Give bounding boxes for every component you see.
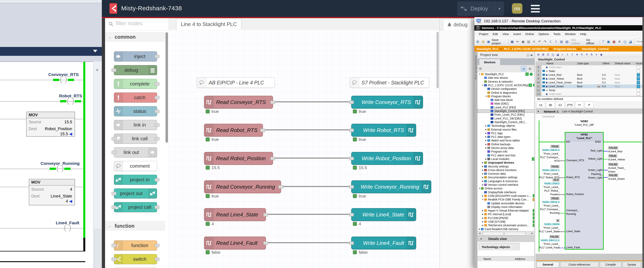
- accessible-checkbox[interactable]: [637, 69, 640, 73]
- col-default-value[interactable]: Default value: [615, 62, 630, 65]
- row-expander-icon[interactable]: ▼: [546, 89, 548, 91]
- scroll-left-icon[interactable]: ◀: [479, 232, 480, 235]
- col-data-type[interactable]: Data type: [578, 62, 589, 65]
- collapse-all-icon[interactable]: ◪: [556, 53, 560, 57]
- tree-expander-icon[interactable]: ▶: [482, 210, 484, 212]
- palette-node-link-in[interactable]: link in: [114, 120, 157, 130]
- flow-canvas[interactable]: AB EIP/CIP - Line 4 PLCS7 Profinet - Sta…: [168, 30, 440, 268]
- accessible-checkbox[interactable]: ✓: [637, 85, 640, 88]
- node-port-out[interactable]: [260, 129, 265, 132]
- tree-expander-icon[interactable]: ▶: [485, 136, 487, 138]
- node-port-out[interactable]: [278, 185, 283, 189]
- tab-compile[interactable]: Compile: [600, 262, 622, 268]
- tree-row[interactable]: Device configuration: [478, 87, 534, 91]
- tree-expander-icon[interactable]: ▶: [482, 173, 484, 175]
- tab-debug[interactable]: debug: [443, 19, 472, 30]
- tree-hscrollbar[interactable]: ◀ ▶ ||||: [478, 231, 534, 236]
- tree-row[interactable]: Add new device: [478, 76, 534, 80]
- tab-general[interactable]: General: [536, 262, 559, 268]
- accessible-checkbox[interactable]: [637, 66, 640, 69]
- node-port-out[interactable]: [263, 242, 268, 245]
- palette-category-function[interactable]: ⌄function: [105, 221, 165, 231]
- ladder-canvas[interactable]: Conveyor_RTS()Robot_RTS()Conveyor_Runnin…: [0, 61, 93, 268]
- tree-row[interactable]: ▶Version control interface: [478, 183, 534, 187]
- accessible-checkbox[interactable]: ✓: [637, 81, 640, 84]
- node-port-in[interactable]: [112, 137, 116, 140]
- tree-row[interactable]: ▶Cross-device functions: [478, 168, 534, 172]
- accessible-devices-icon[interactable]: ?: [601, 39, 605, 44]
- tree-row[interactable]: Stacklight_Control [FB1]: [478, 109, 534, 113]
- node-port-in[interactable]: [112, 68, 116, 72]
- node-port-in[interactable]: [112, 151, 116, 154]
- list-view-icon[interactable]: ▤: [521, 66, 526, 71]
- node-port-out[interactable]: [155, 137, 160, 140]
- breadcrumb-segment[interactable]: PLC_1 [CPU 1212C AC/DC/Rly]: [504, 47, 548, 50]
- new-project-icon[interactable]: ⊞: [476, 39, 480, 44]
- upload-from-device-icon[interactable]: ⇧: [554, 39, 558, 44]
- chevron-down-icon[interactable]: [93, 50, 98, 52]
- insert-row-icon[interactable]: ⊞: [536, 53, 540, 57]
- node-port-out[interactable]: [263, 213, 268, 216]
- open-project-icon[interactable]: ▨: [481, 39, 485, 44]
- node-port-out[interactable]: [155, 258, 160, 261]
- node-port-out[interactable]: [270, 101, 275, 104]
- breadcrumb[interactable]: Stacklight_PLC▸PLC_1 [CPU 1212C AC/DC/Rl…: [474, 46, 644, 52]
- comment-toggle-icon[interactable]: ◗: [560, 53, 564, 57]
- mov-instruction[interactable]: MOVSource4DestLine4_State4 ◀: [29, 179, 75, 205]
- column-view-icon[interactable]: ▦: [528, 66, 532, 71]
- tree-expander-icon[interactable]: ▼: [482, 84, 484, 86]
- tree-row[interactable]: ▶Common data: [478, 172, 534, 176]
- palette-node-function[interactable]: ffunction: [114, 240, 157, 251]
- palette-filter-input[interactable]: [116, 20, 165, 27]
- table-row[interactable]: 8Line4_RedBool0.0false✓: [536, 73, 642, 77]
- plc-programming-vertical-tab[interactable]: PLC programming: [474, 55, 478, 79]
- go-offline-button[interactable]: Go offline: [586, 38, 598, 45]
- tree-expander-icon[interactable]: ▶: [482, 176, 484, 178]
- scroll-right-icon[interactable]: ▶: [532, 232, 533, 235]
- retain-icon[interactable]: ≡: [594, 53, 598, 57]
- tab-devices[interactable]: Devices: [479, 59, 500, 65]
- tree-expander-icon[interactable]: ▶: [482, 184, 484, 186]
- flow-tab[interactable]: Line 4 to Stacklight PLC: [176, 18, 241, 30]
- tree-row[interactable]: ▶Card Reader/USB memory: [478, 227, 534, 231]
- redo-icon[interactable]: ↷: [543, 39, 547, 44]
- palette-search[interactable]: [105, 18, 168, 30]
- download-icon[interactable]: ⇩: [565, 53, 570, 57]
- node-port-in[interactable]: [112, 258, 116, 261]
- undo-icon[interactable]: ↶: [537, 39, 542, 44]
- tab-cross-references[interactable]: Cross-references: [560, 262, 599, 268]
- menu-insert[interactable]: Insert: [513, 32, 521, 36]
- tree-row[interactable]: ▶External source files: [478, 128, 534, 131]
- node-port-out[interactable]: [155, 244, 160, 247]
- palette-node-comment[interactable]: comment: [114, 161, 157, 171]
- node-port-in[interactable]: [349, 213, 354, 216]
- delete-row-icon[interactable]: ⊠: [541, 53, 545, 57]
- tree-row[interactable]: Add new block: [478, 98, 534, 102]
- palette-node-debug[interactable]: debug: [114, 65, 157, 75]
- tree-row[interactable]: From_Line4_PLC [DB1]: [478, 113, 534, 116]
- col-name[interactable]: Name: [546, 62, 554, 65]
- tree-expander-icon[interactable]: ▶: [482, 195, 484, 197]
- tree-expander-icon[interactable]: ▼: [485, 95, 487, 97]
- tree-row[interactable]: ▼Realtek PCIe GBE Family Con...: [478, 198, 534, 201]
- node-read[interactable]: Read Conveyor_RTS: [204, 96, 273, 109]
- table-row[interactable]: 6<Add new>: [536, 65, 642, 69]
- copy-icon[interactable]: ▣: [521, 39, 526, 44]
- tree-row[interactable]: Display/hide interfaces: [478, 190, 534, 194]
- tree-row[interactable]: ▶PLC tags: [478, 131, 534, 135]
- palette-node-catch[interactable]: catch: [114, 92, 157, 103]
- breadcrumb-segment[interactable]: Stacklight_PLC: [476, 47, 499, 50]
- node-port-out[interactable]: [155, 82, 160, 86]
- palette-node-switch[interactable]: switch: [114, 254, 157, 264]
- rdp-titlebar[interactable]: 192.168.0.137 - Remote Desktop Connectio…: [474, 17, 644, 25]
- accessible-checkbox[interactable]: ✓: [637, 77, 640, 80]
- table-row[interactable]: 13<Add new>: [536, 92, 642, 96]
- tree-expander-icon[interactable]: ▶: [482, 213, 484, 215]
- tree-expander-icon[interactable]: ▶: [485, 132, 487, 134]
- tree-row[interactable]: Line4_PLC [FB2]: [478, 106, 534, 109]
- node-read[interactable]: Read Line4_State: [204, 208, 266, 221]
- save-project-label[interactable]: Save project: [492, 38, 507, 45]
- datatype-dropdown-icon[interactable]: ▤: [597, 84, 600, 88]
- comment-node[interactable]: AB EIP/CIP - Line 4 PLC: [197, 77, 275, 88]
- table-row[interactable]: 10Line4_Flash_GreenBool0.2false✓: [536, 81, 642, 85]
